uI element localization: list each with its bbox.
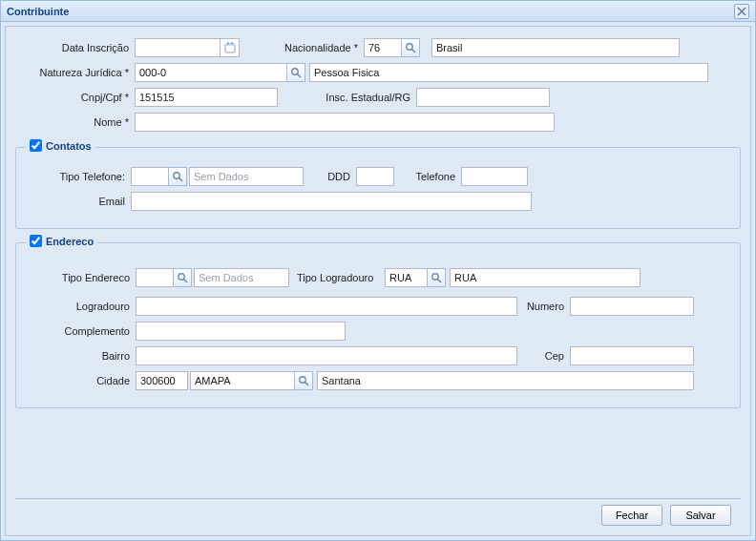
titlebar: Contribuinte [1, 1, 755, 22]
form-panel: Data Inscrição Nacionalidade * Nature [5, 26, 751, 536]
tipo-endereco-label: Tipo Endereco [26, 272, 136, 283]
svg-line-5 [412, 50, 416, 53]
svg-point-8 [174, 173, 179, 178]
tipo-logradouro-label: Tipo Logradouro [289, 272, 385, 283]
close-icon [737, 7, 746, 16]
svg-rect-2 [227, 42, 229, 45]
svg-line-7 [298, 74, 302, 78]
nacionalidade-search-button[interactable] [401, 38, 420, 57]
logradouro-input[interactable] [136, 297, 517, 316]
cnpjcpf-label: Cnpj/Cpf * [15, 92, 135, 103]
svg-point-12 [432, 274, 438, 280]
tipo-endereco-code-input[interactable] [136, 268, 174, 287]
ddd-input[interactable] [356, 167, 394, 186]
tipo-logradouro-name-input[interactable] [450, 268, 640, 287]
natureza-name-input[interactable] [309, 63, 708, 82]
insc-input[interactable] [416, 88, 550, 107]
bairro-label: Bairro [26, 350, 136, 362]
tipo-logradouro-code-input[interactable] [385, 268, 428, 287]
contatos-legend-text: Contatos [46, 140, 92, 152]
svg-rect-1 [225, 44, 235, 46]
svg-rect-3 [231, 42, 233, 45]
search-icon [172, 171, 183, 182]
logradouro-label: Logradouro [26, 301, 136, 312]
tipo-telefone-label: Tipo Telefone: [26, 171, 131, 182]
ddd-label: DDD [304, 171, 356, 182]
svg-line-13 [438, 280, 442, 283]
cep-label: Cep [517, 350, 570, 362]
data-inscricao-input[interactable] [135, 38, 220, 57]
natureza-label: Natureza Jurídica * [15, 67, 135, 78]
numero-label: Numero [517, 301, 570, 312]
calendar-icon [224, 42, 236, 53]
contatos-fieldset: Contatos Tipo Telefone: DDD Telefone [15, 147, 741, 229]
data-inscricao-label: Data Inscrição [15, 42, 135, 53]
data-inscricao-calendar-button[interactable] [220, 38, 240, 57]
contatos-legend: Contatos [26, 139, 95, 152]
search-icon [298, 375, 309, 386]
endereco-legend: Endereco [26, 235, 97, 247]
nome-input[interactable] [135, 113, 555, 132]
cidade-uf-input[interactable] [190, 371, 295, 390]
endereco-checkbox[interactable] [30, 235, 42, 247]
search-icon [430, 272, 442, 283]
endereco-legend-text: Endereco [46, 236, 94, 247]
tipo-endereco-name-input[interactable] [194, 268, 289, 287]
numero-input[interactable] [570, 297, 694, 316]
cidade-name-input[interactable] [317, 371, 694, 390]
footer: Fechar Salvar [15, 501, 741, 530]
telefone-label: Telefone [394, 171, 461, 182]
endereco-fieldset: Endereco Tipo Endereco Tipo Logradouro [15, 242, 741, 408]
contribuinte-window: Contribuinte Data Inscrição Nacionalidad… [0, 0, 756, 541]
svg-line-9 [179, 178, 183, 182]
window-title: Contribuinte [7, 6, 69, 17]
insc-label: Insc. Estadual/RG [278, 92, 416, 103]
fechar-button[interactable]: Fechar [601, 505, 662, 526]
svg-point-6 [292, 69, 298, 74]
svg-line-11 [184, 280, 188, 283]
search-icon [177, 272, 188, 283]
svg-line-15 [305, 383, 309, 386]
cidade-code-input[interactable] [136, 371, 188, 390]
svg-point-10 [178, 274, 184, 280]
cnpjcpf-input[interactable] [135, 88, 278, 107]
search-icon [290, 67, 302, 78]
tipo-telefone-code-input[interactable] [131, 167, 169, 186]
complemento-label: Complemento [26, 325, 136, 337]
tipo-endereco-search-button[interactable] [173, 268, 192, 287]
nacionalidade-name-input[interactable] [431, 38, 680, 57]
email-label: Email [26, 196, 131, 207]
search-icon [405, 42, 416, 53]
natureza-code-input[interactable] [135, 63, 287, 82]
nacionalidade-code-input[interactable] [364, 38, 402, 57]
cidade-label: Cidade [26, 375, 136, 386]
close-button[interactable] [734, 4, 749, 19]
telefone-input[interactable] [461, 167, 528, 186]
contatos-checkbox[interactable] [30, 139, 42, 152]
bairro-input[interactable] [136, 346, 517, 365]
complemento-input[interactable] [136, 322, 346, 341]
svg-point-4 [407, 44, 412, 50]
window-body: Data Inscrição Nacionalidade * Nature [1, 22, 755, 540]
email-input[interactable] [131, 192, 532, 211]
nacionalidade-label: Nacionalidade * [240, 42, 364, 53]
cep-input[interactable] [570, 346, 694, 365]
tipo-telefone-name-input[interactable] [189, 167, 304, 186]
tipo-logradouro-search-button[interactable] [427, 268, 446, 287]
nome-label: Nome * [15, 116, 135, 128]
tipo-telefone-search-button[interactable] [168, 167, 187, 186]
natureza-search-button[interactable] [286, 63, 305, 82]
svg-point-14 [300, 377, 305, 383]
salvar-button[interactable]: Salvar [670, 505, 731, 526]
cidade-search-button[interactable] [294, 371, 313, 390]
